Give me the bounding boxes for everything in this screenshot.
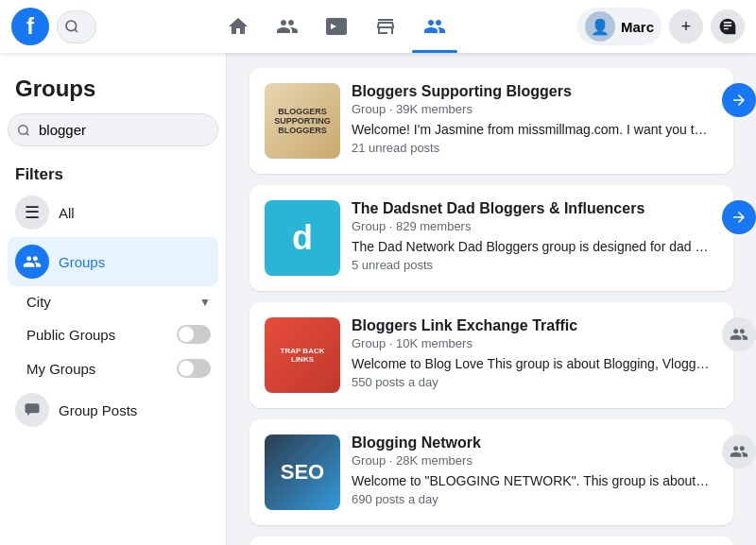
group-posts-count: 21 unread posts [352,141,711,155]
group-action[interactable] [722,200,756,234]
group-posts-count: 690 posts a day [352,492,711,506]
join-button-grey[interactable] [722,317,756,351]
group-name: The Dadsnet Dad Bloggers & Influencers [352,200,711,217]
group-card: BLOGGERSSUPPORTINGBLOGGERS Bloggers Supp… [249,68,733,174]
sidebar-title: Groups [8,68,218,113]
all-icon: ☰ [15,196,49,230]
group-action[interactable] [722,83,756,117]
nav-groups-button[interactable] [412,4,457,49]
group-description: Welcome to "BLOGGING NETWORK". This grou… [352,473,711,488]
group-posts-icon [15,393,49,427]
svg-point-2 [19,125,27,133]
user-profile-button[interactable]: 👤 Marc [577,8,662,45]
main-layout: Groups Filters ☰ All Groups City ▼ P [0,53,756,545]
group-info: Bloggers Supporting Bloggers Group · 39K… [352,83,711,155]
sidebar-search-wrap [8,113,218,146]
nav-right: 👤 Marc + [577,8,745,45]
nav-home-button[interactable] [215,4,261,49]
sidebar-search-icon [17,124,30,137]
group-thumbnail: TRAP BACKLINKS [265,317,340,393]
search-bar[interactable] [57,10,96,43]
group-posts-label: Group Posts [59,402,137,418]
group-meta: Group · 829 members [352,219,711,233]
sidebar-item-all[interactable]: ☰ All [8,188,218,237]
group-thumbnail: d [265,200,340,276]
public-groups-toggle[interactable] [177,325,211,344]
groups-list: BLOGGERSSUPPORTINGBLOGGERS Bloggers Supp… [227,53,756,545]
sidebar-search-input[interactable] [8,113,218,146]
svg-point-0 [66,21,77,31]
sidebar-item-all-label: All [59,205,75,221]
svg-line-1 [75,29,77,32]
group-description: Welcome to Blog Love This group is about… [352,356,711,371]
sidebar-item-groups-label: Groups [59,254,105,270]
nav-watch-button[interactable] [314,4,359,49]
group-description: Welcome! I'm Jasmine from missmillmag.co… [352,122,711,137]
group-thumbnail: SEO [265,434,340,510]
group-description: The Dad Network Dad Bloggers group is de… [352,239,711,254]
group-posts-count: 5 unread posts [352,258,711,272]
username-label: Marc [621,19,654,35]
sidebar: Groups Filters ☰ All Groups City ▼ P [0,53,227,545]
group-name: Blogging Network [352,434,711,451]
nav-friends-button[interactable] [265,4,310,49]
join-button-grey[interactable] [722,434,756,468]
group-card: TRAP BACKLINKS Bloggers Link Exchange Tr… [249,302,733,408]
group-name: Bloggers Link Exchange Traffic [352,317,711,334]
nav-left: f [11,8,96,45]
group-action[interactable] [722,434,756,468]
messenger-button[interactable] [711,9,745,43]
group-name: Bloggers Supporting Bloggers [352,83,711,100]
group-card: d The Dadsnet Dad Bloggers & Influencers… [249,185,733,291]
chevron-down-icon: ▼ [199,296,211,309]
filters-label: Filters [8,158,218,188]
group-action[interactable] [722,317,756,351]
join-button-blue[interactable] [722,83,756,117]
sidebar-sub-city[interactable]: City ▼ [8,286,218,317]
search-icon [64,19,79,34]
public-groups-label: Public Groups [26,327,115,343]
city-label: City [26,294,51,310]
group-meta: Group · 39K members [352,102,711,116]
nav-center [96,4,577,49]
group-info: The Dadsnet Dad Bloggers & Influencers G… [352,200,711,272]
join-button-blue[interactable] [722,200,756,234]
facebook-logo: f [11,8,49,45]
groups-icon [15,245,49,279]
group-card: ACTIONDIGITALMKT For Bloggers Group · 33… [249,536,733,545]
group-card: SEO Blogging Network Group · 28K members… [249,419,733,525]
group-info: Bloggers Link Exchange Traffic Group · 1… [352,317,711,389]
group-thumbnail: BLOGGERSSUPPORTINGBLOGGERS [265,83,340,159]
my-groups-toggle[interactable] [177,359,211,378]
sidebar-sub-public-groups[interactable]: Public Groups [8,317,218,351]
top-navigation: f 👤 Marc [0,0,756,53]
group-info: Blogging Network Group · 28K members Wel… [352,434,711,506]
avatar: 👤 [585,11,615,42]
nav-marketplace-button[interactable] [363,4,408,49]
group-meta: Group · 10K members [352,336,711,350]
my-groups-label: My Groups [26,361,95,377]
svg-line-3 [26,132,29,135]
sidebar-sub-my-groups[interactable]: My Groups [8,351,218,385]
group-posts-count: 550 posts a day [352,375,711,389]
group-meta: Group · 28K members [352,453,711,468]
add-button[interactable]: + [669,9,703,43]
sidebar-item-groups[interactable]: Groups [8,237,218,286]
sidebar-item-group-posts[interactable]: Group Posts [8,385,218,434]
